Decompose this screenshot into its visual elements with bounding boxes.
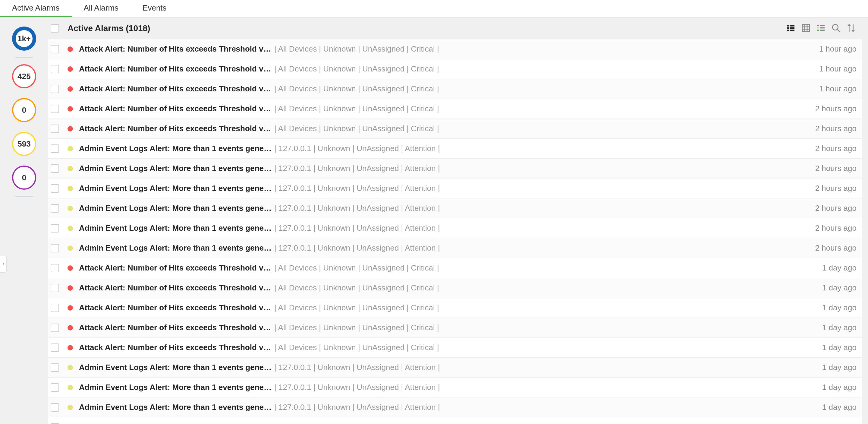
tab-active-alarms[interactable]: Active Alarms (0, 0, 72, 17)
alarm-row[interactable]: Admin Event Logs Alert: More than 1 even… (48, 238, 862, 258)
tab-events[interactable]: Events (130, 0, 179, 17)
alarm-time: 2 hours ago (815, 124, 857, 133)
sort-button[interactable] (846, 23, 857, 34)
row-checkbox[interactable] (51, 284, 59, 292)
alarm-meta: | 127.0.0.1 | Unknown | UnAssigned | Att… (274, 402, 440, 412)
severity-dot-icon (67, 186, 73, 191)
colored-list-icon (816, 23, 826, 34)
alarm-row[interactable]: Attack Alert: Number of Hits exceeds Thr… (48, 119, 862, 139)
severity-dot-icon (67, 86, 73, 92)
alarm-row[interactable]: Attack Alert: Number of Hits exceeds Thr… (48, 318, 862, 338)
alarm-time: 2 hours ago (815, 184, 857, 193)
alarm-time: 2 hours ago (815, 243, 857, 253)
alarm-meta: | All Devices | Unknown | UnAssigned | C… (274, 64, 439, 73)
alarm-time: 1 day ago (822, 363, 857, 372)
row-checkbox[interactable] (51, 125, 59, 133)
alarm-title: Attack Alert: Number of Hits exceeds Thr… (79, 283, 272, 293)
alarm-meta: | 127.0.0.1 | Unknown | UnAssigned | Att… (274, 383, 440, 392)
severity-badge-other[interactable]: 0 (12, 165, 36, 190)
alarm-row[interactable]: Attack Alert: Number of Hits exceeds Thr… (48, 298, 862, 318)
row-checkbox[interactable] (51, 423, 59, 424)
alarm-row[interactable]: Admin Event Logs Alert: More than 1 even… (48, 377, 862, 397)
alarm-meta: | All Devices | Unknown | UnAssigned | C… (274, 263, 439, 273)
severity-dot-icon (67, 285, 73, 291)
search-button[interactable] (831, 23, 841, 34)
alarm-row[interactable]: Admin Event Logs Alert: More than 1 even… (48, 358, 862, 377)
alarm-title: Attack Alert: Number of Hits exceeds Thr… (79, 84, 272, 93)
row-checkbox[interactable] (51, 224, 59, 233)
svg-point-17 (832, 24, 838, 30)
row-checkbox[interactable] (51, 363, 59, 372)
alarm-row[interactable]: Attack Alert: Number of Hits exceeds Thr… (48, 99, 862, 119)
row-checkbox[interactable] (51, 85, 59, 93)
svg-rect-11 (817, 25, 819, 26)
alarm-row[interactable]: Admin Event Logs Alert: More than 1 even… (48, 139, 862, 159)
alarm-row[interactable]: Attack Alert: Number of Hits exceeds Thr… (48, 59, 862, 79)
alarm-time: 1 day ago (822, 263, 857, 273)
svg-rect-5 (789, 30, 795, 31)
row-checkbox[interactable] (51, 104, 59, 113)
severity-badge-attention[interactable]: 593 (12, 132, 36, 156)
list-view-button[interactable] (785, 23, 796, 34)
alarm-time: 1 day ago (822, 323, 857, 332)
alarm-row[interactable]: Admin Event Logs Alert: More than 1 even… (48, 218, 862, 238)
row-checkbox[interactable] (51, 304, 59, 312)
alarm-time: 1 day ago (822, 383, 857, 392)
severity-dot-icon (67, 325, 73, 331)
alarm-time: 2 hours ago (815, 164, 857, 173)
row-checkbox[interactable] (51, 343, 59, 352)
row-checkbox[interactable] (51, 403, 59, 412)
alarm-meta: | All Devices | Unknown | UnAssigned | C… (274, 323, 439, 332)
alarm-row[interactable]: Admin Event Logs Alert: More than 1 even… (48, 159, 862, 179)
alarms-panel: Active Alarms (1018) (48, 18, 868, 424)
list-toolbar (785, 23, 857, 34)
tab-all-alarms[interactable]: All Alarms (72, 0, 131, 17)
chevron-right-icon (1, 261, 5, 268)
svg-rect-4 (787, 30, 789, 31)
row-checkbox[interactable] (51, 324, 59, 332)
expand-sidebar-handle[interactable] (0, 256, 7, 273)
severity-dot-icon (67, 66, 73, 72)
list-header: Active Alarms (1018) (48, 18, 862, 39)
severity-badge-trouble[interactable]: 0 (12, 98, 36, 122)
alarm-row[interactable]: Attack Alert: Number of Hits exceeds Thr… (48, 338, 862, 358)
severity-dot-icon (67, 245, 73, 251)
row-checkbox[interactable] (51, 164, 59, 173)
alarm-row[interactable]: Admin Event Logs Alert: More than 1 even… (48, 179, 862, 199)
row-checkbox[interactable] (51, 264, 59, 272)
alarm-row[interactable]: Admin Event Logs Alert: More than 1 even… (48, 417, 862, 424)
alarm-title: Admin Event Logs Alert: More than 1 even… (79, 402, 272, 412)
severity-dot-icon (67, 405, 73, 410)
alarm-meta: | 127.0.0.1 | Unknown | UnAssigned | Att… (274, 184, 440, 193)
alarm-time: 2 hours ago (815, 144, 857, 153)
svg-rect-14 (820, 27, 825, 28)
row-checkbox[interactable] (51, 244, 59, 252)
alarm-row[interactable]: Attack Alert: Number of Hits exceeds Thr… (48, 278, 862, 298)
row-checkbox[interactable] (51, 145, 59, 153)
row-checkbox[interactable] (51, 383, 59, 392)
alarm-title: Attack Alert: Number of Hits exceeds Thr… (79, 263, 272, 273)
list-title: Active Alarms (1018) (67, 24, 785, 33)
severity-badge-critical[interactable]: 425 (12, 64, 36, 88)
alarm-row[interactable]: Admin Event Logs Alert: More than 1 even… (48, 397, 862, 417)
row-checkbox[interactable] (51, 65, 59, 73)
row-checkbox[interactable] (51, 204, 59, 213)
grid-view-button[interactable] (801, 23, 811, 34)
row-checkbox[interactable] (51, 45, 59, 53)
alarm-time: 1 day ago (822, 303, 857, 312)
severity-dot-icon (67, 166, 73, 171)
color-list-button[interactable] (815, 23, 827, 34)
alarm-time: 1 hour ago (819, 84, 857, 93)
svg-rect-3 (789, 27, 795, 29)
severity-badge-total[interactable]: 1k+ (12, 27, 36, 51)
severity-dot-icon (67, 385, 73, 390)
alarm-row[interactable]: Admin Event Logs Alert: More than 1 even… (48, 199, 862, 218)
sort-icon (846, 23, 856, 34)
alarm-row[interactable]: Attack Alert: Number of Hits exceeds Thr… (48, 258, 862, 278)
grid-view-icon (801, 23, 811, 34)
select-all-checkbox[interactable] (51, 24, 59, 33)
svg-rect-15 (817, 30, 819, 31)
alarm-row[interactable]: Attack Alert: Number of Hits exceeds Thr… (48, 79, 862, 99)
row-checkbox[interactable] (51, 184, 59, 193)
alarm-row[interactable]: Attack Alert: Number of Hits exceeds Thr… (48, 39, 862, 59)
